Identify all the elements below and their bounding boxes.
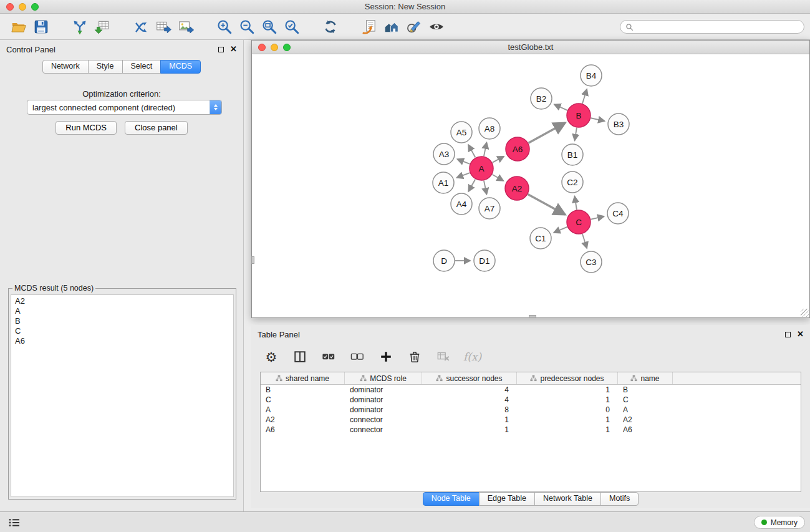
node-B4[interactable]: B4 bbox=[581, 65, 602, 86]
zoom-fit-icon[interactable] bbox=[258, 17, 281, 36]
show-columns-icon[interactable] bbox=[291, 348, 309, 365]
node-C3[interactable]: C3 bbox=[581, 251, 602, 273]
table-cell[interactable]: dominator bbox=[345, 395, 422, 404]
node-A1[interactable]: A1 bbox=[433, 172, 454, 193]
edge-A-A3[interactable] bbox=[457, 159, 470, 164]
edge-B-B2[interactable] bbox=[554, 104, 567, 110]
column-header-shared-name[interactable]: shared name bbox=[261, 372, 345, 384]
table-cell[interactable]: 0 bbox=[517, 405, 618, 414]
tab-motifs[interactable]: Motifs bbox=[600, 492, 639, 506]
node-C[interactable]: C bbox=[567, 210, 591, 234]
tab-network-table[interactable]: Network Table bbox=[534, 492, 601, 506]
tab-mcds[interactable]: MCDS bbox=[160, 60, 201, 74]
node-A[interactable]: A bbox=[470, 157, 493, 180]
table-row[interactable]: A6connector11A6 bbox=[261, 425, 801, 435]
node-B2[interactable]: B2 bbox=[531, 88, 552, 109]
table-cell[interactable]: B bbox=[261, 385, 345, 394]
splitter-handle[interactable] bbox=[529, 315, 536, 318]
memory-button[interactable]: Memory bbox=[754, 516, 805, 529]
float-panel-icon[interactable] bbox=[218, 47, 224, 52]
table-cell[interactable]: A bbox=[261, 405, 345, 414]
node-A3[interactable]: A3 bbox=[433, 143, 455, 165]
network-window-titlebar[interactable]: testGlobe.txt bbox=[252, 41, 809, 54]
table-cell[interactable]: 4 bbox=[422, 385, 517, 394]
edge-A2-C[interactable] bbox=[528, 195, 565, 215]
node-C4[interactable]: C4 bbox=[607, 203, 629, 224]
table-cell[interactable]: A6 bbox=[618, 425, 673, 434]
mcds-result-item[interactable]: B bbox=[15, 316, 229, 326]
table-cell[interactable]: 1 bbox=[422, 415, 517, 424]
node-A7[interactable]: A7 bbox=[479, 198, 500, 219]
task-history-button[interactable] bbox=[7, 517, 21, 528]
unselect-all-icon[interactable] bbox=[349, 348, 366, 365]
edge-C-C2[interactable] bbox=[575, 196, 577, 210]
table-cell[interactable]: A6 bbox=[261, 425, 345, 434]
edge-B-B3[interactable] bbox=[591, 118, 605, 121]
mcds-result-item[interactable]: A bbox=[15, 306, 229, 316]
node-C1[interactable]: C1 bbox=[530, 228, 551, 249]
function-builder-icon[interactable]: f(x) bbox=[463, 351, 481, 363]
tab-select[interactable]: Select bbox=[122, 60, 162, 74]
edge-A-A4[interactable] bbox=[468, 179, 475, 191]
edge-C-C3[interactable] bbox=[582, 234, 587, 248]
delete-table-icon[interactable] bbox=[435, 348, 452, 365]
criterion-dropdown[interactable]: largest connected component (directed) bbox=[27, 100, 222, 115]
table-cell[interactable]: A bbox=[618, 405, 673, 414]
edge-A-A6[interactable] bbox=[493, 157, 504, 163]
table-cell[interactable]: connector bbox=[345, 415, 422, 424]
table-cell[interactable]: dominator bbox=[345, 405, 422, 414]
table-row[interactable]: A2connector11A2 bbox=[261, 415, 801, 425]
table-cell[interactable]: 1 bbox=[517, 395, 618, 404]
close-panel-icon[interactable]: ✕ bbox=[230, 46, 237, 52]
edge-A-A2[interactable] bbox=[492, 175, 503, 181]
node-A6[interactable]: A6 bbox=[506, 137, 529, 161]
import-table-icon[interactable] bbox=[91, 17, 113, 36]
search-box[interactable] bbox=[620, 20, 804, 34]
refresh-view-icon[interactable] bbox=[319, 17, 342, 36]
tab-edge-table[interactable]: Edge Table bbox=[479, 492, 535, 506]
table-cell[interactable]: B bbox=[618, 385, 673, 394]
table-row[interactable]: Cdominator41C bbox=[261, 395, 801, 405]
minimize-window-button[interactable] bbox=[19, 3, 26, 11]
node-D1[interactable]: D1 bbox=[474, 250, 495, 271]
column-header-name[interactable]: name bbox=[618, 372, 673, 384]
export-network-icon[interactable] bbox=[130, 17, 152, 36]
close-table-panel-icon[interactable]: ✕ bbox=[797, 331, 804, 337]
table-cell[interactable]: A2 bbox=[261, 415, 345, 424]
tab-network[interactable]: Network bbox=[42, 60, 89, 74]
splitter-handle[interactable] bbox=[251, 256, 254, 264]
edge-B-B4[interactable] bbox=[582, 89, 587, 104]
resize-grip[interactable] bbox=[801, 309, 809, 317]
zoom-in-icon[interactable] bbox=[213, 17, 236, 36]
node-B1[interactable]: B1 bbox=[562, 144, 583, 165]
node-A4[interactable]: A4 bbox=[451, 193, 472, 215]
session-from-file-icon[interactable] bbox=[358, 17, 380, 36]
export-image-icon[interactable] bbox=[175, 17, 197, 36]
tab-node-table[interactable]: Node Table bbox=[423, 492, 480, 506]
column-header-successor-nodes[interactable]: successor nodes bbox=[422, 372, 517, 384]
search-input[interactable] bbox=[637, 22, 799, 31]
column-header-predecessor-nodes[interactable]: predecessor nodes bbox=[517, 372, 618, 384]
network-close-button[interactable] bbox=[258, 44, 266, 51]
show-graphics-details-icon[interactable] bbox=[425, 17, 448, 36]
table-cell[interactable]: 1 bbox=[422, 425, 517, 434]
edge-C-C4[interactable] bbox=[591, 216, 604, 220]
close-window-button[interactable] bbox=[6, 3, 14, 11]
close-panel-button[interactable]: Close panel bbox=[125, 121, 188, 135]
table-cell[interactable]: 1 bbox=[517, 415, 618, 424]
node-A8[interactable]: A8 bbox=[479, 118, 500, 139]
table-cell[interactable]: 1 bbox=[517, 385, 618, 394]
network-minimize-button[interactable] bbox=[271, 44, 278, 51]
node-A5[interactable]: A5 bbox=[451, 122, 472, 143]
table-cell[interactable]: C bbox=[261, 395, 345, 404]
column-header-mcds-role[interactable]: MCDS role bbox=[345, 372, 422, 384]
edge-A-A5[interactable] bbox=[468, 145, 475, 157]
edge-A6-B[interactable] bbox=[529, 123, 566, 143]
network-zoom-button[interactable] bbox=[283, 44, 291, 51]
node-C2[interactable]: C2 bbox=[562, 172, 583, 193]
table-cell[interactable]: dominator bbox=[345, 385, 422, 394]
zoom-out-icon[interactable] bbox=[236, 17, 258, 36]
table-cell[interactable]: 4 bbox=[422, 395, 517, 404]
tab-style[interactable]: Style bbox=[88, 60, 123, 74]
table-settings-icon[interactable]: ⚙ bbox=[263, 348, 280, 365]
